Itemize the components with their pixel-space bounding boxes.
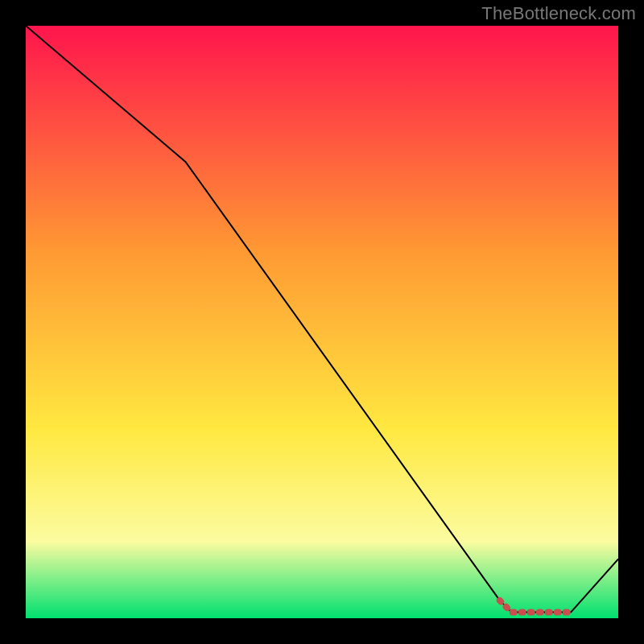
attribution-text: TheBottleneck.com (481, 3, 636, 24)
chart-root: { "attribution": "TheBottleneck.com", "c… (0, 0, 644, 644)
plot-area (26, 26, 618, 618)
gradient-fill (26, 26, 618, 618)
chart-svg (26, 26, 618, 618)
